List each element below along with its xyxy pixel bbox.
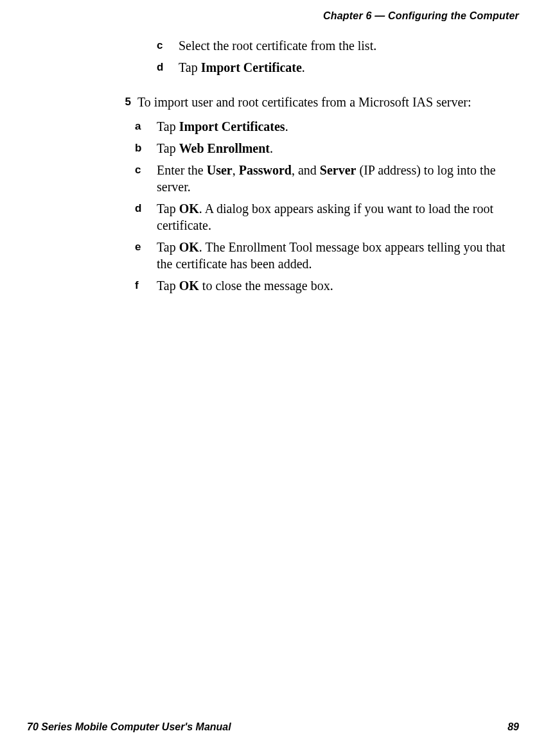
text: Tap — [157, 141, 179, 155]
text: Tap — [157, 119, 179, 133]
step-5: 5 To import user and root certificates f… — [113, 94, 513, 294]
text: to close the message box. — [199, 279, 333, 293]
substep-marker: a — [135, 118, 157, 135]
substep-f: f Tap OK to close the message box. — [135, 277, 513, 294]
substep-text: Tap OK. A dialog box appears asking if y… — [157, 200, 513, 234]
text: . A dialog box appears asking if you wan… — [157, 202, 493, 232]
prev-step-sublist: c Select the root certificate from the l… — [157, 37, 513, 76]
text: Enter the — [157, 163, 207, 177]
substep-text: Enter the User, Password, and Server (IP… — [157, 162, 513, 195]
substep-text: Tap Import Certificates. — [157, 118, 513, 135]
substep-text: Tap Import Certificate. — [179, 59, 513, 76]
text: . — [302, 60, 305, 74]
substep-marker: c — [157, 37, 179, 54]
text: . — [270, 141, 273, 155]
substep-e: e Tap OK. The Enrollment Tool message bo… — [135, 239, 513, 272]
text: Tap — [157, 279, 179, 293]
substep-c: c Select the root certificate from the l… — [157, 37, 513, 54]
bold-label: Web Enrollment — [179, 141, 270, 155]
step-5-sublist: a Tap Import Certificates. b Tap Web Enr… — [135, 118, 513, 294]
substep-a: a Tap Import Certificates. — [135, 118, 513, 135]
bold-label: Password — [239, 163, 292, 177]
substep-marker: d — [135, 200, 157, 217]
bold-label: OK — [179, 202, 199, 216]
substep-text: Tap OK to close the message box. — [157, 277, 513, 294]
substep-c: c Enter the User, Password, and Server (… — [135, 162, 513, 195]
text: Tap — [157, 202, 179, 216]
bold-label: Server — [320, 163, 357, 177]
page: Chapter 6 — Configuring the Computer c S… — [0, 0, 546, 756]
substep-marker: e — [135, 239, 157, 255]
text: Tap — [179, 60, 201, 74]
substep-d: d Tap OK. A dialog box appears asking if… — [135, 200, 513, 234]
bold-label: Import Certificates — [179, 119, 285, 133]
page-footer: 70 Series Mobile Computer User's Manual … — [27, 721, 519, 733]
step-5-intro: 5 To import user and root certificates f… — [113, 94, 513, 110]
manual-title: 70 Series Mobile Computer User's Manual — [27, 721, 231, 733]
substep-text: Tap Web Enrollment. — [157, 140, 513, 157]
substep-text: Select the root certificate from the lis… — [179, 37, 513, 54]
substep-marker: c — [135, 162, 157, 178]
bold-label: OK — [179, 240, 199, 254]
content-area: c Select the root certificate from the l… — [135, 37, 513, 294]
substep-marker: b — [135, 140, 157, 157]
bold-label: OK — [179, 279, 199, 293]
substep-marker: d — [157, 59, 179, 76]
substep-d: d Tap Import Certificate. — [157, 59, 513, 76]
text: Tap — [157, 240, 179, 254]
chapter-header: Chapter 6 — Configuring the Computer — [27, 10, 519, 22]
step-text: To import user and root certificates fro… — [137, 94, 513, 110]
text: . The Enrollment Tool message box appear… — [157, 240, 505, 271]
substep-b: b Tap Web Enrollment. — [135, 140, 513, 157]
bold-label: Import Certificate — [201, 60, 302, 74]
page-number: 89 — [507, 721, 519, 733]
text: . — [285, 119, 288, 133]
step-marker: 5 — [113, 94, 131, 110]
substep-text: Tap OK. The Enrollment Tool message box … — [157, 239, 513, 272]
text: , and — [292, 163, 320, 177]
text: , — [233, 163, 239, 177]
bold-label: User — [207, 163, 233, 177]
substep-marker: f — [135, 277, 157, 294]
